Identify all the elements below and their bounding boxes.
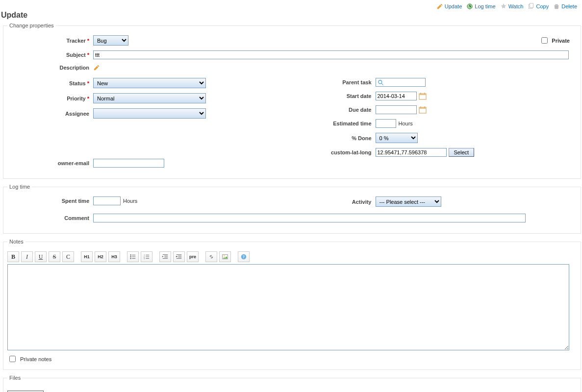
spent-time-label: Spent time — [7, 198, 93, 204]
due-date-label: Due date — [292, 107, 376, 113]
log-time-link[interactable]: Log time — [466, 3, 495, 10]
description-label: Description — [7, 65, 93, 71]
search-icon — [378, 79, 384, 86]
watch-link[interactable]: Watch — [500, 3, 524, 10]
owner-email-label: owner-email — [7, 160, 93, 166]
indent-button[interactable] — [173, 251, 185, 262]
notes-legend: Notes — [7, 239, 25, 245]
update-link-label: Update — [445, 3, 462, 9]
watch-link-label: Watch — [508, 3, 524, 9]
activity-select[interactable]: --- Please select --- — [376, 196, 441, 207]
h3-button[interactable]: H3 — [108, 251, 120, 262]
assignee-select[interactable] — [93, 108, 206, 119]
change-properties-fieldset: Change properties Tracker* Bug Private S… — [3, 23, 581, 179]
assignee-label: Assignee — [7, 111, 93, 117]
subject-label: Subject* — [7, 52, 93, 58]
pencil-icon — [436, 3, 443, 10]
clock-icon — [466, 3, 473, 10]
copy-link[interactable]: Copy — [528, 3, 549, 10]
private-notes-wrap[interactable]: Private notes — [7, 354, 577, 364]
page-title: Update — [1, 11, 582, 20]
italic-button[interactable]: I — [21, 251, 33, 262]
edit-description-icon[interactable] — [93, 64, 100, 71]
svg-point-9 — [130, 256, 131, 257]
svg-rect-2 — [530, 3, 533, 8]
h1-button[interactable]: H1 — [81, 251, 93, 262]
log-time-link-label: Log time — [475, 3, 495, 9]
estimated-time-label: Estimated time — [292, 121, 376, 126]
h2-button[interactable]: H2 — [95, 251, 106, 262]
update-link[interactable]: Update — [436, 3, 462, 10]
bold-button[interactable]: B — [7, 251, 19, 262]
start-date-input[interactable] — [376, 92, 417, 100]
contextual-actions: Update Log time Watch Copy Delete — [0, 0, 582, 11]
ol-button[interactable]: 123 — [141, 251, 152, 262]
comment-input[interactable] — [93, 214, 526, 222]
underline-button[interactable]: U — [35, 251, 47, 262]
private-checkbox-wrap[interactable]: Private — [539, 36, 570, 45]
due-date-input[interactable] — [376, 105, 417, 114]
editor-toolbar: B I U S C H1 H2 H3 123 pre ? — [7, 251, 577, 262]
status-label: Status* — [7, 80, 93, 86]
custom-lat-long-input[interactable] — [376, 148, 447, 157]
notes-textarea[interactable] — [7, 264, 569, 350]
image-button[interactable] — [219, 251, 231, 262]
calendar-icon[interactable] — [419, 106, 427, 114]
spent-time-input[interactable] — [93, 196, 121, 205]
delete-link[interactable]: Delete — [553, 3, 577, 10]
help-button[interactable]: ? — [238, 251, 250, 262]
link-button[interactable] — [205, 251, 217, 262]
svg-point-10 — [130, 258, 131, 259]
code-button[interactable]: C — [62, 251, 74, 262]
trash-icon — [553, 3, 560, 10]
log-time-legend: Log time — [7, 184, 32, 190]
select-latlong-button[interactable]: Select — [449, 148, 475, 157]
svg-point-8 — [130, 254, 131, 255]
files-legend: Files — [7, 375, 23, 381]
tracker-label: Tracker* — [7, 38, 93, 44]
owner-email-input[interactable] — [93, 159, 164, 168]
svg-point-15 — [224, 255, 225, 256]
tracker-select[interactable]: Bug — [93, 35, 128, 46]
activity-label: Activity — [292, 199, 376, 205]
priority-select[interactable]: Normal — [93, 93, 206, 103]
svg-rect-5 — [419, 94, 426, 95]
comment-label: Comment — [7, 215, 93, 221]
files-fieldset: Files Browse… No files selected. (Maximu… — [3, 375, 581, 392]
start-date-label: Start date — [292, 93, 376, 99]
svg-rect-7 — [419, 107, 426, 109]
hours-unit: Hours — [123, 198, 137, 204]
private-notes-label: Private notes — [20, 356, 51, 362]
calendar-icon[interactable] — [419, 92, 427, 100]
estimated-time-input[interactable] — [376, 119, 396, 128]
copy-link-label: Copy — [536, 3, 549, 9]
strike-button[interactable]: S — [49, 251, 60, 262]
svg-point-3 — [378, 80, 381, 84]
status-select[interactable]: New — [93, 78, 206, 88]
private-label: Private — [552, 38, 570, 44]
svg-text:3: 3 — [144, 257, 145, 260]
log-time-fieldset: Log time Spent time Hours Activity --- P… — [3, 184, 581, 234]
change-properties-legend: Change properties — [7, 23, 56, 28]
priority-label: Priority* — [7, 96, 93, 101]
pct-done-label: % Done — [292, 135, 376, 141]
svg-text:?: ? — [243, 255, 245, 259]
hours-unit: Hours — [399, 121, 413, 126]
delete-link-label: Delete — [561, 3, 577, 9]
copy-icon — [528, 3, 534, 10]
outdent-button[interactable] — [159, 251, 171, 262]
ul-button[interactable] — [127, 251, 139, 262]
pct-done-select[interactable]: 0 % — [376, 133, 418, 143]
notes-fieldset: Notes B I U S C H1 H2 H3 123 pre ? Priva… — [3, 239, 581, 370]
star-icon — [500, 3, 507, 10]
pre-button[interactable]: pre — [187, 251, 199, 262]
subject-input[interactable] — [93, 50, 569, 59]
parent-task-label: Parent task — [292, 79, 376, 85]
private-checkbox[interactable] — [541, 37, 548, 44]
custom-lat-long-label: custom-lat-long — [292, 149, 376, 155]
private-notes-checkbox[interactable] — [9, 356, 16, 362]
